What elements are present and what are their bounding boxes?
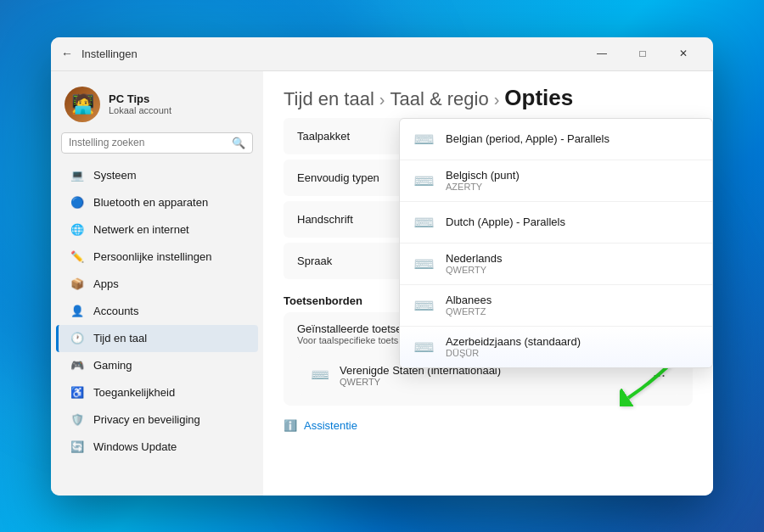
- breadcrumb-sep1: ›: [379, 90, 385, 109]
- nav-item-label: Privacy en beveiliging: [93, 413, 200, 426]
- dropdown-item-text-5: Azerbeidzjaans (standaard) DÜŞÜR: [446, 335, 581, 358]
- dropdown-item-text-4: Albanees QWERTZ: [446, 294, 492, 316]
- dropdown-item-4[interactable]: ⌨️ Albanees QWERTZ: [400, 285, 712, 327]
- sidebar: 🧑‍💻 PC Tips Lokaal account 🔍 💻Systeem🔵Bl…: [51, 71, 263, 496]
- nav-icon-0: 💻: [70, 168, 85, 183]
- sidebar-item-apps[interactable]: 📦Apps: [56, 271, 258, 298]
- nav-item-label: Tijd en taal: [93, 332, 147, 344]
- dropdown-item-2[interactable]: ⌨️ Dutch (Apple) - Parallels: [400, 202, 712, 244]
- nav-icon-5: 👤: [70, 304, 85, 319]
- maximize-button[interactable]: □: [623, 41, 662, 66]
- dropdown-item-0[interactable]: ⌨️ Belgian (period, Apple) - Parallels: [400, 119, 712, 160]
- nav-icon-2: 🌐: [70, 222, 85, 238]
- user-name: PC Tips: [109, 92, 250, 105]
- dropdown-item-sub-4: QWERTZ: [446, 306, 492, 316]
- breadcrumb-sep2: ›: [494, 90, 500, 109]
- search-input[interactable]: [69, 137, 227, 148]
- nav-item-label: Toegankelijkheid: [93, 386, 175, 399]
- nav-icon-1: 🔵: [70, 195, 85, 210]
- dropdown-item-1[interactable]: ⌨️ Belgisch (punt) AZERTY: [400, 160, 712, 202]
- dropdown-item-5[interactable]: ⌨️ Azerbeidzjaans (standaard) DÜŞÜR: [400, 327, 712, 367]
- nav-item-label: Accounts: [93, 305, 138, 317]
- dropdown-kb-icon-4: ⌨️: [412, 294, 435, 317]
- dropdown-item-3[interactable]: ⌨️ Nederlands QWERTY: [400, 244, 712, 285]
- breadcrumb: Tijd en taal › Taal & regio › Opties: [263, 71, 713, 118]
- assistentie-icon: ℹ️: [284, 419, 297, 432]
- sidebar-item-bluetooth-en-apparaten[interactable]: 🔵Bluetooth en apparaten: [56, 189, 258, 216]
- main-area: 🧑‍💻 PC Tips Lokaal account 🔍 💻Systeem🔵Bl…: [51, 71, 713, 496]
- nav-item-label: Persoonlijke instellingen: [93, 250, 211, 263]
- nav-item-label: Systeem: [93, 169, 137, 182]
- dropdown-kb-icon-0: ⌨️: [412, 127, 435, 151]
- content-area: Tijd en taal › Taal & regio › Opties Taa…: [263, 71, 713, 496]
- dropdown-kb-icon-5: ⌨️: [412, 335, 435, 359]
- nav-icon-8: ♿: [70, 385, 85, 400]
- user-profile[interactable]: 🧑‍💻 PC Tips Lokaal account: [51, 80, 263, 132]
- nav-item-label: Windows Update: [93, 440, 177, 453]
- dropdown-item-name-3: Nederlands: [446, 252, 503, 265]
- keyboard-options-button[interactable]: ···: [653, 367, 666, 384]
- sidebar-item-systeem[interactable]: 💻Systeem: [56, 162, 258, 189]
- dropdown-kb-icon-3: ⌨️: [412, 252, 435, 276]
- nav-item-label: Apps: [93, 277, 119, 290]
- search-icon: 🔍: [232, 137, 245, 149]
- nav-icon-6: 🕐: [70, 331, 85, 346]
- keyboard-icon: ⌨️: [311, 366, 329, 384]
- dropdown-item-name-4: Albanees: [446, 294, 492, 306]
- nav-icon-4: 📦: [70, 277, 85, 292]
- nav-icon-10: 🔄: [70, 440, 85, 455]
- user-account-type: Lokaal account: [109, 105, 250, 115]
- dropdown-item-name-5: Azerbeidzjaans (standaard): [446, 335, 581, 348]
- dropdown-item-sub-5: DÜŞÜR: [446, 348, 581, 358]
- breadcrumb-part1: Tijd en taal: [284, 88, 374, 110]
- dropdown-items: ⌨️ Belgian (period, Apple) - Parallels ⌨…: [400, 119, 712, 367]
- dropdown-item-name-2: Dutch (Apple) - Parallels: [446, 216, 565, 228]
- settings-window: ← Instellingen — □ ✕ 🧑‍💻 PC Tips Lokaal …: [51, 37, 713, 496]
- nav-icon-3: ✏️: [70, 249, 85, 265]
- assistentie-link[interactable]: ℹ️ Assistentie: [284, 411, 693, 440]
- dropdown-item-name-1: Belgisch (punt): [446, 169, 520, 182]
- keyboard-installed-type: QWERTY: [340, 377, 653, 387]
- breadcrumb-part3: Opties: [504, 85, 573, 111]
- nav-icon-9: 🛡️: [70, 412, 85, 428]
- sidebar-item-toegankelijkheid[interactable]: ♿Toegankelijkheid: [56, 379, 258, 406]
- nav-icon-7: 🎮: [70, 358, 85, 373]
- sidebar-item-privacy-en-beveiliging[interactable]: 🛡️Privacy en beveiliging: [56, 406, 258, 434]
- user-info: PC Tips Lokaal account: [109, 92, 250, 115]
- sidebar-item-persoonlijke-instellingen[interactable]: ✏️Persoonlijke instellingen: [56, 244, 258, 271]
- dropdown-item-sub-1: AZERTY: [446, 182, 520, 192]
- dropdown-item-sub-3: QWERTY: [446, 265, 503, 275]
- sidebar-item-windows-update[interactable]: 🔄Windows Update: [56, 434, 258, 461]
- nav-item-label: Bluetooth en apparaten: [93, 196, 208, 209]
- minimize-button[interactable]: —: [582, 41, 621, 66]
- nav-item-label: Netwerk en internet: [93, 223, 189, 236]
- window-controls: — □ ✕: [582, 41, 703, 66]
- sidebar-item-accounts[interactable]: 👤Accounts: [56, 298, 258, 325]
- sidebar-item-gaming[interactable]: 🎮Gaming: [56, 352, 258, 379]
- back-button[interactable]: ←: [61, 47, 73, 60]
- dropdown-item-text-0: Belgian (period, Apple) - Parallels: [446, 132, 610, 145]
- nav-item-label: Gaming: [93, 359, 132, 372]
- keyboard-dropdown: ⌨️ Belgian (period, Apple) - Parallels ⌨…: [399, 118, 713, 368]
- dropdown-item-text-3: Nederlands QWERTY: [446, 252, 503, 275]
- dropdown-kb-icon-2: ⌨️: [412, 210, 435, 234]
- search-box[interactable]: 🔍: [61, 132, 253, 154]
- nav-items: 💻Systeem🔵Bluetooth en apparaten🌐Netwerk …: [51, 162, 263, 461]
- breadcrumb-part2: Taal & regio: [390, 88, 488, 110]
- dropdown-item-text-1: Belgisch (punt) AZERTY: [446, 169, 520, 192]
- assistentie-label: Assistentie: [304, 419, 357, 432]
- titlebar: ← Instellingen — □ ✕: [51, 37, 713, 71]
- close-button[interactable]: ✕: [664, 41, 703, 66]
- dropdown-kb-icon-1: ⌨️: [412, 169, 435, 193]
- dropdown-item-name-0: Belgian (period, Apple) - Parallels: [446, 132, 610, 145]
- avatar: 🧑‍💻: [65, 87, 100, 122]
- window-title: Instellingen: [81, 48, 582, 60]
- sidebar-item-netwerk-en-internet[interactable]: 🌐Netwerk en internet: [56, 216, 258, 244]
- dropdown-item-text-2: Dutch (Apple) - Parallels: [446, 216, 565, 228]
- sidebar-item-tijd-en-taal[interactable]: 🕐Tijd en taal: [56, 325, 258, 352]
